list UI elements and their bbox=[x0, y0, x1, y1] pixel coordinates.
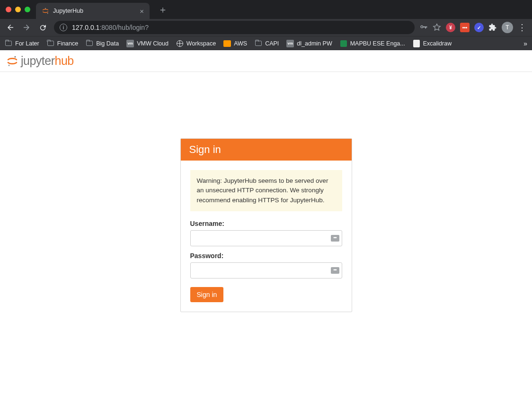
browser-tab[interactable]: JupyterHub × bbox=[36, 3, 150, 19]
bookmark-label: MAPBU ESE Enga... bbox=[350, 40, 405, 47]
globe-icon bbox=[176, 40, 184, 47]
jupyter-mark-icon bbox=[7, 55, 18, 67]
tab-title: JupyterHub bbox=[53, 8, 83, 14]
bookmark-star-icon[interactable] bbox=[433, 23, 441, 32]
svg-point-2 bbox=[14, 56, 16, 57]
bookmark-finance[interactable]: Finance bbox=[47, 40, 78, 47]
reload-button[interactable] bbox=[36, 21, 49, 34]
bookmark-label: CAPI bbox=[265, 40, 279, 47]
window-minimize-button[interactable] bbox=[15, 7, 21, 12]
new-tab-button[interactable]: ＋ bbox=[156, 3, 169, 16]
folder-icon bbox=[47, 40, 54, 47]
bookmark-big-data[interactable]: Big Data bbox=[86, 40, 119, 47]
jupyterhub-logo[interactable]: jupyterhub bbox=[7, 54, 74, 68]
logo-text: jupyterhub bbox=[21, 54, 74, 68]
excalidraw-icon bbox=[413, 40, 420, 47]
login-card: Sign in Warning: JupyterHub seems to be … bbox=[180, 138, 352, 312]
bookmark-vmw-cloud[interactable]: vm VMW Cloud bbox=[126, 40, 168, 47]
password-input-wrap bbox=[190, 262, 342, 278]
aws-icon bbox=[223, 40, 231, 47]
sign-in-button[interactable]: Sign in bbox=[190, 287, 224, 302]
jupyterhub-header: jupyterhub bbox=[0, 50, 532, 72]
login-card-header: Sign in bbox=[181, 139, 352, 161]
password-input[interactable] bbox=[190, 262, 342, 278]
bookmarks-bar: For Later Finance Big Data vm VMW Cloud … bbox=[0, 36, 532, 50]
username-input-wrap bbox=[190, 230, 342, 246]
tab-strip: JupyterHub × ＋ bbox=[0, 0, 532, 19]
back-button[interactable] bbox=[4, 21, 17, 34]
bookmark-dl-admin-pw[interactable]: vm dl_admin PW bbox=[286, 40, 332, 47]
svg-point-0 bbox=[45, 8, 46, 9]
toolbar-right: ¥ ••• ✓ T ⋮ bbox=[419, 22, 528, 33]
bookmark-mapbu-ese[interactable]: MAPBU ESE Enga... bbox=[340, 40, 405, 47]
password-label: Password: bbox=[190, 252, 342, 260]
extension-icon-3[interactable]: ✓ bbox=[474, 23, 484, 32]
bookmark-label: dl_admin PW bbox=[297, 40, 332, 47]
window-maximize-button[interactable] bbox=[25, 7, 30, 12]
extension-icon-1[interactable]: ¥ bbox=[446, 23, 455, 32]
password-manager-icon[interactable] bbox=[331, 235, 339, 242]
bookmark-capi[interactable]: CAPI bbox=[255, 40, 279, 47]
bookmark-label: Excalidraw bbox=[423, 40, 452, 47]
vmw-icon: vm bbox=[126, 40, 134, 47]
password-key-icon[interactable] bbox=[419, 23, 428, 32]
chrome-menu-button[interactable]: ⋮ bbox=[518, 22, 526, 33]
username-input[interactable] bbox=[190, 230, 342, 246]
bookmark-label: VMW Cloud bbox=[137, 40, 168, 47]
bookmark-label: For Later bbox=[15, 40, 39, 47]
bookmark-for-later[interactable]: For Later bbox=[5, 40, 39, 47]
extensions-button[interactable] bbox=[488, 23, 497, 32]
bookmark-label: Finance bbox=[57, 40, 78, 47]
address-bar[interactable]: i 127.0.0.1:8080/hub/login? bbox=[54, 21, 415, 34]
window-close-button[interactable] bbox=[6, 7, 11, 12]
vmw-icon: vm bbox=[286, 40, 294, 47]
bookmark-label: AWS bbox=[234, 40, 247, 47]
window-controls bbox=[6, 7, 30, 12]
site-info-icon[interactable]: i bbox=[60, 24, 67, 31]
http-warning-banner: Warning: JupyterHub seems to be served o… bbox=[190, 170, 342, 211]
svg-point-1 bbox=[47, 13, 48, 14]
username-label: Username: bbox=[190, 220, 342, 227]
login-card-body: Warning: JupyterHub seems to be served o… bbox=[181, 161, 352, 312]
password-manager-icon[interactable] bbox=[331, 267, 339, 274]
profile-avatar[interactable]: T bbox=[502, 22, 513, 33]
extension-icon-2[interactable]: ••• bbox=[460, 23, 470, 32]
folder-icon bbox=[255, 40, 262, 47]
bookmark-aws[interactable]: AWS bbox=[223, 40, 247, 47]
forward-button[interactable] bbox=[20, 21, 33, 34]
browser-chrome: JupyterHub × ＋ i 127.0.0.1:8080/hub/logi… bbox=[0, 0, 532, 50]
bookmark-workspace[interactable]: Workspace bbox=[176, 40, 216, 47]
green-square-icon bbox=[340, 40, 347, 47]
bookmark-label: Workspace bbox=[186, 40, 216, 47]
tab-close-icon[interactable]: × bbox=[140, 7, 144, 15]
bookmarks-overflow-button[interactable]: » bbox=[523, 40, 527, 47]
folder-icon bbox=[86, 40, 93, 47]
url-text: 127.0.0.1:8080/hub/login? bbox=[72, 24, 149, 31]
bookmark-excalidraw[interactable]: Excalidraw bbox=[413, 40, 452, 47]
bookmark-label: Big Data bbox=[96, 40, 119, 47]
browser-toolbar: i 127.0.0.1:8080/hub/login? ¥ ••• ✓ T ⋮ bbox=[0, 19, 532, 36]
jupyter-favicon bbox=[42, 7, 49, 15]
page-content: Sign in Warning: JupyterHub seems to be … bbox=[0, 72, 532, 312]
svg-point-3 bbox=[8, 64, 9, 66]
folder-icon bbox=[5, 40, 12, 47]
